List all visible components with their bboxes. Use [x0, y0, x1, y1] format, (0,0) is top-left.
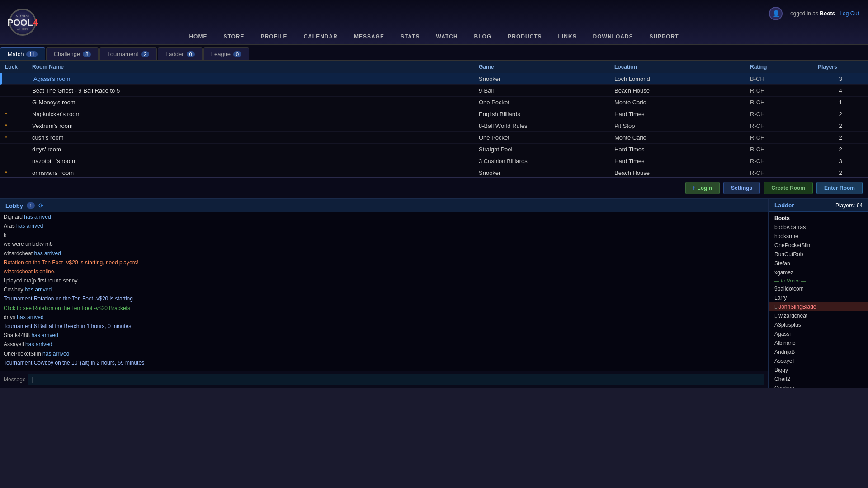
row-rating: R-CH: [750, 111, 818, 117]
nav-store[interactable]: STORE: [215, 30, 252, 44]
table-row[interactable]: nazototi_'s room 3 Cushion Billiards Har…: [0, 155, 868, 167]
message-input[interactable]: [28, 374, 764, 385]
ladder-user[interactable]: Boots: [769, 214, 868, 223]
row-location: Beach House: [614, 87, 750, 94]
nav-message[interactable]: MESSAGE: [346, 30, 392, 44]
chat-line: Shark4488 has arrived: [4, 331, 764, 340]
nav-blog[interactable]: BLOG: [466, 30, 500, 44]
nav-calendar[interactable]: CALENDAR: [296, 30, 346, 44]
ladder-user[interactable]: LJohnSlingBlade: [769, 302, 868, 311]
login-area: 👤 Logged in as Boots Log Out: [769, 7, 859, 20]
row-location: Hard Times: [614, 158, 750, 164]
tab-league[interactable]: League 0: [203, 47, 250, 60]
nav-watch[interactable]: WATCH: [428, 30, 466, 44]
chat-messages[interactable]: i didnt see comboed the 10 scratch on br…: [0, 212, 768, 371]
chat-line: Dignard has arrived: [4, 213, 764, 221]
ladder-user[interactable]: Larry: [769, 293, 868, 302]
row-location: Monte Carlo: [614, 99, 750, 106]
row-players: 3: [818, 75, 863, 82]
lobby-header: Lobby 1 ⟳: [0, 199, 768, 212]
ladder-user[interactable]: xgamez: [769, 268, 868, 277]
nav-support[interactable]: SUPPORT: [642, 30, 687, 44]
ladder-user[interactable]: 9balldotcom: [769, 284, 868, 293]
row-players: 2: [818, 146, 863, 153]
row-rating: R-CH: [750, 87, 818, 94]
logo-circle: Virtual POOL4 Online: [9, 9, 36, 36]
logout-link[interactable]: Log Out: [840, 10, 859, 17]
nav-home[interactable]: HOME: [181, 30, 215, 44]
row-lock: [5, 158, 32, 164]
row-game: Straight Pool: [479, 146, 614, 153]
table-row[interactable]: * cush's room One Pocket Monte Carlo R-C…: [0, 132, 868, 144]
ladder-user[interactable]: hooksrme: [769, 232, 868, 241]
navigation: HOME STORE PROFILE CALENDAR MESSAGE STAT…: [181, 30, 687, 44]
row-lock: [6, 75, 33, 82]
nav-links[interactable]: LINKS: [550, 30, 585, 44]
nav-products[interactable]: PRODUCTS: [500, 30, 550, 44]
table-row[interactable]: Beat The Ghost - 9 Ball Race to 5 9-Ball…: [0, 85, 868, 97]
ladder-user[interactable]: Stefan: [769, 259, 868, 268]
bottom-area: Lobby 1 ⟳ i didnt see comboed the 10 scr…: [0, 198, 868, 388]
table-row[interactable]: drtys' room Straight Pool Hard Times R-C…: [0, 144, 868, 155]
row-game: Snooker: [479, 169, 614, 176]
nav-stats[interactable]: STATS: [392, 30, 428, 44]
row-lock: *: [5, 169, 32, 176]
lobby-title: Lobby: [5, 202, 23, 209]
header: Virtual POOL4 Online HOME STORE PROFILE …: [0, 0, 868, 45]
ladder-user[interactable]: Cheif2: [769, 375, 868, 384]
tab-match[interactable]: Match 11: [0, 47, 45, 60]
sync-icon[interactable]: ⟳: [38, 202, 44, 209]
row-players: 1: [818, 99, 863, 106]
ladder-user[interactable]: Biggy: [769, 366, 868, 375]
ladder-user[interactable]: Agassi: [769, 329, 868, 338]
ladder-user[interactable]: Lwizardcheat: [769, 311, 868, 320]
ladder-user[interactable]: RunOutRob: [769, 250, 868, 259]
enter-room-button[interactable]: Enter Room: [816, 182, 863, 194]
chat-line: wizardcheat has arrived: [4, 249, 764, 258]
ladder-user[interactable]: OnePocketSlim: [769, 241, 868, 250]
login-button[interactable]: f Login: [685, 182, 720, 194]
ladder-user[interactable]: bobby.barras: [769, 223, 868, 232]
tab-tournament-count: 2: [141, 51, 149, 57]
ladder-user[interactable]: Assayell: [769, 357, 868, 366]
nav-downloads[interactable]: DOWNLOADS: [585, 30, 642, 44]
row-lock: *: [5, 122, 32, 129]
room-panel: Lock Room Name Game Location Rating Play…: [0, 61, 868, 178]
row-game: 9-Ball: [479, 87, 614, 94]
row-lock: *: [5, 111, 32, 117]
col-rating: Rating: [750, 64, 818, 70]
ladder-section-label: — In Room —: [769, 277, 868, 284]
chat-line: drtys has arrived: [4, 313, 764, 322]
table-row[interactable]: G-Money's room One Pocket Monte Carlo R-…: [0, 97, 868, 108]
pool-word: POOL: [7, 18, 33, 28]
nav-profile[interactable]: PROFILE: [253, 30, 296, 44]
row-game: One Pocket: [479, 99, 614, 106]
tab-challenge[interactable]: Challenge 8: [46, 47, 99, 60]
table-row[interactable]: Agassi's room Snooker Loch Lomond B-CH 3: [0, 73, 868, 85]
row-game: English Billiards: [479, 111, 614, 117]
table-row[interactable]: * Vextrum's room 8-Ball World Rules Pit …: [0, 120, 868, 132]
ladder-user[interactable]: Albinario: [769, 338, 868, 347]
tab-tournament[interactable]: Tournament 2: [99, 47, 157, 60]
row-game: 8-Ball World Rules: [479, 122, 614, 129]
ladder-count: 64: [857, 202, 863, 209]
col-lock: Lock: [5, 64, 32, 70]
table-row[interactable]: * Napknicker's room English Billiards Ha…: [0, 108, 868, 120]
row-rating: R-CH: [750, 134, 818, 141]
message-label: Message: [4, 376, 26, 383]
ladder-user[interactable]: AndrijaB: [769, 347, 868, 357]
tab-ladder[interactable]: Ladder 0: [158, 47, 203, 60]
table-row[interactable]: * ormsvans' room Snooker Beach House R-C…: [0, 167, 868, 177]
tab-ladder-count: 0: [187, 51, 195, 57]
create-room-button[interactable]: Create Room: [764, 182, 813, 194]
row-name: cush's room: [32, 134, 479, 141]
ladder-user[interactable]: Cowboy: [769, 384, 868, 388]
ladder-user[interactable]: A3plusplus: [769, 320, 868, 329]
facebook-icon: f: [693, 185, 695, 191]
row-location: Hard Times: [614, 146, 750, 153]
row-name: drtys' room: [32, 146, 479, 153]
row-players: 4: [818, 87, 863, 94]
settings-button[interactable]: Settings: [723, 182, 760, 194]
row-name: ormsvans' room: [32, 169, 479, 176]
chat-line: Tournament 6 Ball at the Beach in 1 hour…: [4, 322, 764, 331]
